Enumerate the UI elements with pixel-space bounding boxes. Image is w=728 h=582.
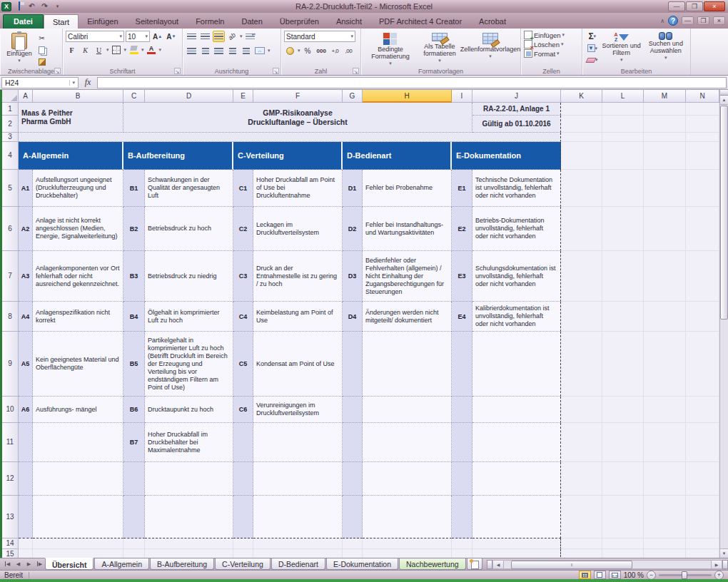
cell-code[interactable]: [233, 496, 253, 538]
column-header-i[interactable]: I: [452, 90, 472, 103]
cell[interactable]: [644, 251, 686, 302]
cell-code[interactable]: [123, 496, 145, 538]
cell-text[interactable]: [472, 397, 561, 423]
cell[interactable]: [686, 103, 719, 116]
cell[interactable]: [686, 538, 719, 549]
cell-code[interactable]: C2: [233, 207, 253, 251]
cell-code[interactable]: D4: [343, 302, 363, 332]
cell-category-d-bedienart[interactable]: D-Bedienart: [343, 142, 452, 170]
cell[interactable]: [602, 103, 644, 116]
column-header-l[interactable]: L: [602, 90, 644, 103]
cell[interactable]: [19, 538, 33, 549]
row-header-13[interactable]: 13: [2, 496, 19, 538]
cell-company-name[interactable]: Maas & PeitherPharma GmbH: [19, 103, 123, 133]
cell-text[interactable]: Anlagenkomponenten vor Ort fehlerhaft od…: [33, 251, 123, 302]
cell[interactable]: [686, 462, 719, 496]
align-left-button[interactable]: [186, 45, 198, 56]
horizontal-scroll-thumb[interactable]: ‖: [511, 561, 632, 569]
cell-text[interactable]: Hoher Druckabfall am Point of Use bei Dr…: [253, 170, 343, 207]
page-break-view-button[interactable]: [609, 571, 621, 579]
cell-code[interactable]: C1: [233, 170, 253, 207]
alignment-dialog-launcher[interactable]: ↘: [273, 68, 279, 74]
row-header-14[interactable]: 14: [2, 538, 19, 549]
row-header-3[interactable]: 3: [2, 133, 19, 142]
align-right-button[interactable]: [213, 45, 225, 56]
cell-text[interactable]: Leckagen im Druckluftverteilsystem: [253, 207, 343, 251]
cell[interactable]: [343, 538, 363, 549]
cell-text[interactable]: Drucktaupunkt zu hoch: [145, 397, 233, 423]
row-header-4[interactable]: 4: [2, 142, 19, 170]
ribbon-tab-pdf-architect-4-creator[interactable]: PDF Architect 4 Creator: [370, 14, 470, 29]
decrease-indent-button[interactable]: [226, 45, 238, 56]
delete-cells-button[interactable]: Löschen: [534, 41, 560, 48]
scroll-right-icon[interactable]: ▶: [711, 560, 722, 569]
grow-font-button[interactable]: A▲: [151, 31, 163, 42]
cell-text[interactable]: [33, 462, 123, 496]
cell-code[interactable]: A6: [19, 397, 33, 423]
cell-code[interactable]: [19, 462, 33, 496]
minimize-workbook-icon[interactable]: —: [682, 16, 694, 25]
previous-sheet-icon[interactable]: ◀: [13, 558, 24, 570]
column-header-j[interactable]: J: [472, 90, 561, 103]
cell-styles-button[interactable]: Zellenformatvorlagen ▾: [462, 31, 518, 66]
name-box[interactable]: H24 ▾: [1, 77, 79, 88]
cell-text[interactable]: [253, 496, 343, 538]
cell-code[interactable]: B1: [123, 170, 145, 207]
cell-text[interactable]: Kalibrierdokumentation ist unvollständig…: [472, 302, 561, 332]
cell-text[interactable]: Betriebsdruck zu hoch: [145, 207, 233, 251]
cell-sheet-title[interactable]: GMP-RisikoanalyseDruckluftanlage – Übers…: [123, 103, 472, 133]
cell[interactable]: [561, 142, 602, 170]
column-header-e[interactable]: E: [233, 90, 253, 103]
orientation-button[interactable]: ab: [226, 31, 238, 42]
cell[interactable]: [253, 538, 343, 549]
cell-text[interactable]: Kein geeignetes Material und Oberflächen…: [33, 332, 123, 397]
cell-valid-from[interactable]: Gültig ab 01.10.2016: [472, 116, 561, 133]
row-header-7[interactable]: 7: [2, 251, 19, 302]
autosum-button[interactable]: Σ▾: [585, 31, 600, 42]
cell-text[interactable]: Keimbelastung am Point of Use: [253, 302, 343, 332]
cell[interactable]: [686, 133, 719, 142]
percent-style-button[interactable]: %: [302, 45, 314, 56]
cell-code[interactable]: E3: [452, 251, 472, 302]
cell-text[interactable]: Ausführungs- mängel: [33, 397, 123, 423]
cell[interactable]: [644, 496, 686, 538]
clipboard-dialog-launcher[interactable]: ↘: [54, 68, 61, 74]
cell[interactable]: [602, 302, 644, 332]
font-color-dropdown-icon[interactable]: ▾: [159, 47, 162, 53]
comma-style-button[interactable]: 000: [315, 45, 328, 56]
cell-text[interactable]: [363, 332, 452, 397]
cell[interactable]: [602, 496, 644, 538]
column-header-m[interactable]: M: [644, 90, 686, 103]
cell[interactable]: [561, 207, 602, 251]
cell[interactable]: [561, 103, 602, 116]
cell-text[interactable]: [472, 496, 561, 538]
formula-input[interactable]: [97, 77, 727, 88]
align-top-button[interactable]: [186, 31, 198, 42]
cell-code[interactable]: A4: [19, 302, 33, 332]
ribbon-tab-einfügen[interactable]: Einfügen: [79, 14, 126, 29]
clear-button[interactable]: ▾: [585, 55, 600, 66]
cell-text[interactable]: [145, 462, 233, 496]
cell[interactable]: [686, 142, 719, 170]
cell-code[interactable]: B7: [123, 423, 145, 462]
cut-button[interactable]: ✂: [36, 32, 48, 44]
cell-code[interactable]: C3: [233, 251, 253, 302]
sort-filter-button[interactable]: AZ Sortieren und Filtern ▾: [600, 31, 644, 66]
fill-button[interactable]: ▼▾: [585, 43, 600, 54]
cell-code[interactable]: A5: [19, 332, 33, 397]
close-window-icon[interactable]: ×: [704, 1, 725, 11]
cell[interactable]: [686, 496, 719, 538]
cell[interactable]: [123, 538, 145, 549]
cell[interactable]: [644, 207, 686, 251]
ribbon-tab-start[interactable]: Start: [44, 14, 79, 29]
select-all-corner[interactable]: [2, 90, 19, 103]
cell-text[interactable]: Fehler bei Instandhaltungs- und Wartungs…: [363, 207, 452, 251]
format-cells-button[interactable]: Format: [534, 50, 555, 58]
cell[interactable]: [686, 302, 719, 332]
cell[interactable]: [644, 103, 686, 116]
cell[interactable]: [19, 133, 561, 142]
cell-code[interactable]: D3: [343, 251, 363, 302]
accounting-format-button[interactable]: [284, 45, 296, 56]
zoom-slider[interactable]: [659, 574, 712, 576]
cell-text[interactable]: Anlage ist nicht korrekt angeschlossen (…: [33, 207, 123, 251]
